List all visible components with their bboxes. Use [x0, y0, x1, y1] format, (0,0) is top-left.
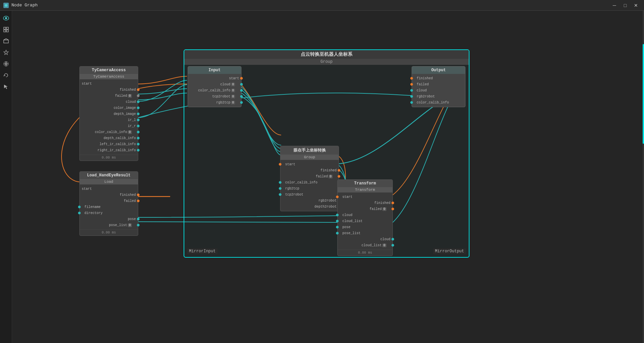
svg-rect-4 — [6, 27, 8, 29]
eyehand-port-rgb2robot[interactable]: rgb2robot — [280, 198, 339, 204]
eyehand-port-depth2robot[interactable]: depth2robot — [280, 204, 339, 210]
output-port-rgb2robot[interactable]: rgb2robot — [412, 93, 465, 99]
load-handeye-node[interactable]: Load_HandEyeResult Load start finished f… — [79, 171, 138, 236]
camera-port-left-ir[interactable]: left_ir_calib_info — [80, 141, 138, 147]
group-title: 点云转换至机器人坐标系 — [184, 50, 469, 59]
eyehand-port-finished[interactable]: finished — [280, 167, 339, 173]
transform-subtitle: Transform — [338, 187, 392, 192]
output-port-finished[interactable]: finished — [412, 75, 465, 81]
transform-body: start finished failed 0 cloud — [338, 192, 392, 250]
input-port-cloud[interactable]: cloud 0 — [188, 81, 241, 87]
close-button[interactable]: ✕ — [631, 1, 641, 10]
cursor-button[interactable] — [1, 82, 11, 91]
transform-port-start[interactable]: start — [338, 194, 392, 200]
eyehand-title: 眼在手上坐标转换 — [280, 146, 339, 155]
eyehand-port-tcp2robot[interactable]: tcp2robot — [280, 191, 339, 198]
load-port-pose-list[interactable]: pose_list 0 — [80, 222, 138, 228]
layer-button[interactable] — [1, 36, 11, 46]
title-bar-left: Node Graph — [3, 3, 38, 8]
eyehand-port-start[interactable]: start — [280, 161, 339, 167]
svg-rect-3 — [4, 27, 6, 29]
input-port-color-calib[interactable]: color_calib_info 0 — [188, 87, 241, 93]
canvas-area: TyCameraAccess TyCameraAccess start fini… — [0, 11, 644, 343]
camera-port-failed[interactable]: failed 0 — [80, 93, 138, 99]
camera-port-start[interactable]: start — [80, 81, 138, 87]
svg-rect-6 — [6, 30, 8, 32]
eyehand-port-color-calib[interactable]: color_calib_info — [280, 179, 339, 185]
camera-port-color-calib[interactable]: color_calib_info 0 — [80, 129, 138, 135]
load-field-filename[interactable]: filename — [80, 204, 138, 210]
load-port-failed[interactable]: failed — [80, 198, 138, 204]
camera-port-depth-calib[interactable]: depth_calib_info — [80, 135, 138, 141]
load-port-pose[interactable]: pose — [80, 216, 138, 222]
output-port-color-calib[interactable]: color_calib_info — [412, 99, 465, 105]
eyehand-body: start finished failed 0 color_calib_info — [280, 160, 339, 211]
camera-access-node[interactable]: TyCameraAccess TyCameraAccess start fini… — [79, 66, 138, 161]
eyehand-port-failed[interactable]: failed 0 — [280, 173, 339, 179]
scroll-thumb — [643, 44, 644, 144]
load-port-finished[interactable]: finished — [80, 192, 138, 198]
load-field-directory[interactable]: directory — [80, 210, 138, 216]
star-button[interactable] — [1, 48, 11, 57]
load-node-subtitle: Load — [80, 179, 138, 184]
svg-point-2 — [5, 17, 7, 19]
load-node-title: Load_HandEyeResult — [80, 172, 138, 179]
window-controls: ─ □ ✕ — [610, 1, 641, 10]
scroll-indicator[interactable] — [643, 11, 644, 343]
camera-port-finished[interactable]: finished — [80, 87, 138, 93]
transform-port-cloud-out[interactable]: cloud — [338, 236, 392, 242]
app-icon — [3, 3, 9, 8]
output-port-cloud[interactable]: cloud — [412, 87, 465, 93]
transform-port-cloud-list[interactable]: cloud_list — [338, 218, 392, 224]
camera-node-body: start finished failed 0 cloud color_imag… — [80, 79, 138, 155]
load-port-start[interactable]: start — [80, 186, 138, 192]
output-node-body: finished failed cloud rgb2robot — [412, 74, 465, 107]
grid-button[interactable] — [1, 25, 11, 34]
maximize-button[interactable]: □ — [620, 1, 630, 10]
transform-port-failed[interactable]: failed 0 — [338, 206, 392, 212]
window-title: Node Graph — [11, 3, 38, 8]
eyehand-node[interactable]: 眼在手上坐标转换 Group start finished failed 0 — [280, 146, 339, 211]
input-node-title: Input — [188, 67, 241, 74]
transform-title: Transform — [338, 180, 392, 187]
title-bar: Node Graph ─ □ ✕ — [0, 0, 644, 11]
transform-port-cloud[interactable]: cloud — [338, 212, 392, 218]
group-container: 点云转换至机器人坐标系 Group MirrorInput MirrorOutp… — [184, 49, 469, 258]
svg-point-0 — [5, 4, 7, 7]
output-port-failed[interactable]: failed — [412, 81, 465, 87]
refresh-button[interactable] — [1, 71, 11, 80]
camera-port-ir-l[interactable]: ir_l — [80, 117, 138, 123]
eye-button[interactable] — [1, 13, 11, 23]
camera-port-depth-image[interactable]: depth_image — [80, 111, 138, 117]
camera-port-ir-r[interactable]: ir_r — [80, 123, 138, 129]
eyehand-port-rgb2tcp[interactable]: rgb2tcp — [280, 185, 339, 191]
node-canvas[interactable]: TyCameraAccess TyCameraAccess start fini… — [12, 11, 644, 343]
network-button[interactable] — [1, 59, 11, 69]
input-port-rgb2tcp[interactable]: rgb2tcp 0 — [188, 99, 241, 105]
eyehand-subtitle: Group — [280, 155, 339, 160]
minimize-button[interactable]: ─ — [610, 1, 619, 10]
svg-rect-5 — [4, 30, 6, 32]
camera-port-right-ir[interactable]: right_ir_calib_info — [80, 147, 138, 153]
input-node-body: start cloud 0 color_calib_info 0 tc — [188, 74, 241, 107]
camera-timing: 0.00 ms — [80, 155, 138, 161]
transform-port-finished[interactable]: finished — [338, 200, 392, 206]
transform-port-pose[interactable]: pose — [338, 224, 392, 230]
input-port-tcp2robot[interactable]: tcp2robot 0 — [188, 93, 241, 99]
output-node[interactable]: Output finished failed cloud — [412, 66, 465, 107]
sidebar — [0, 11, 12, 343]
transform-port-cloud-list-out[interactable]: cloud_list 0 — [338, 242, 392, 248]
load-node-body: start finished failed filename directory — [80, 184, 138, 229]
mirror-input-label: MirrorInput — [187, 248, 218, 254]
input-port-start[interactable]: start — [188, 75, 241, 81]
svg-rect-7 — [4, 40, 8, 43]
camera-port-color-image[interactable]: color_image — [80, 105, 138, 111]
group-subtitle: Group — [184, 59, 469, 65]
mirror-output-label: MirrorOutput — [433, 248, 466, 254]
camera-node-title: TyCameraAccess — [80, 67, 138, 74]
transform-timing: 0.00 ms — [338, 250, 392, 256]
transform-node[interactable]: Transform Transform start finished faile… — [337, 179, 393, 256]
transform-port-pose-list[interactable]: pose_list — [338, 230, 392, 236]
camera-port-cloud[interactable]: cloud — [80, 99, 138, 105]
input-node[interactable]: Input start cloud 0 color_calib_info — [188, 66, 241, 107]
